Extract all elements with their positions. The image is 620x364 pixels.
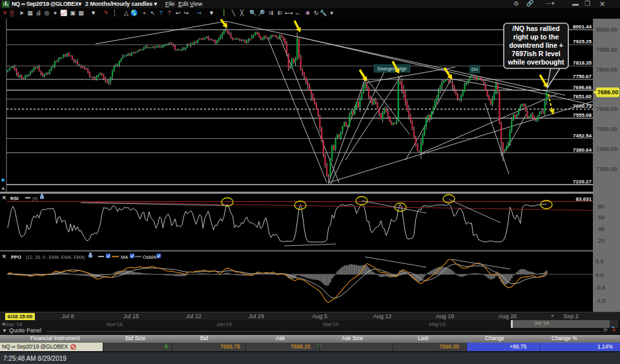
- svg-text:✕: ✕: [2, 195, 6, 201]
- svg-text:-1.0: -1.0: [595, 298, 606, 304]
- svg-text:7697ish R level: 7697ish R level: [512, 50, 560, 57]
- svg-text:✕: ✕: [2, 254, 6, 259]
- svg-text:7555.08: 7555.08: [573, 112, 592, 118]
- svg-text:20: 20: [598, 238, 604, 244]
- svg-text:7900.00: 7900.00: [596, 46, 617, 53]
- svg-text:right up to the: right up to the: [513, 33, 559, 41]
- svg-text:40: 40: [598, 226, 604, 232]
- svg-text:/NQ has rallied: /NQ has rallied: [512, 25, 560, 32]
- svg-text:downtrend line +: downtrend line +: [509, 41, 563, 49]
- svg-text:7651.60: 7651.60: [573, 94, 592, 99]
- svg-text:7400.00: 7400.00: [596, 146, 617, 152]
- svg-text:7300.00: 7300.00: [596, 166, 617, 172]
- svg-text:8001.44: 8001.44: [573, 24, 592, 30]
- svg-text:Divergent High: Divergent High: [378, 66, 407, 72]
- svg-text:80: 80: [598, 203, 604, 210]
- svg-text:0.0: 0.0: [595, 272, 604, 278]
- svg-text:7452.54: 7452.54: [573, 133, 592, 139]
- svg-text:7818.35: 7818.35: [573, 60, 592, 66]
- svg-text:7380.64: 7380.64: [573, 147, 592, 153]
- svg-text:7800.00: 7800.00: [596, 66, 617, 73]
- svg-text:83.631: 83.631: [576, 196, 592, 202]
- svg-text:(9): (9): [32, 196, 38, 201]
- svg-text:7925.25: 7925.25: [573, 39, 592, 45]
- svg-text:MA: MA: [121, 254, 128, 260]
- svg-text:while overbought: while overbought: [508, 58, 564, 66]
- svg-text:7600.00: 7600.00: [596, 106, 617, 112]
- svg-text:7696.66: 7696.66: [573, 85, 592, 90]
- svg-text:RSI: RSI: [10, 196, 19, 201]
- svg-text:0.5: 0.5: [595, 258, 604, 265]
- svg-text:8000.00: 8000.00: [596, 26, 617, 33]
- svg-text:7220.27: 7220.27: [573, 179, 592, 185]
- svg-text:7500.00: 7500.00: [596, 126, 617, 132]
- svg-text:DH: DH: [471, 67, 478, 72]
- svg-text:60: 60: [598, 214, 604, 221]
- svg-text:(12, 26, 9 - EMA, EMA, EMA): (12, 26, 9 - EMA, EMA, EMA): [26, 255, 85, 260]
- svg-text:7750.67: 7750.67: [573, 74, 592, 79]
- svg-text:PPO: PPO: [11, 254, 21, 260]
- svg-text:-0.5: -0.5: [595, 285, 606, 291]
- svg-text:OsMA: OsMA: [143, 254, 156, 260]
- svg-text:7686.00: 7686.00: [597, 89, 619, 96]
